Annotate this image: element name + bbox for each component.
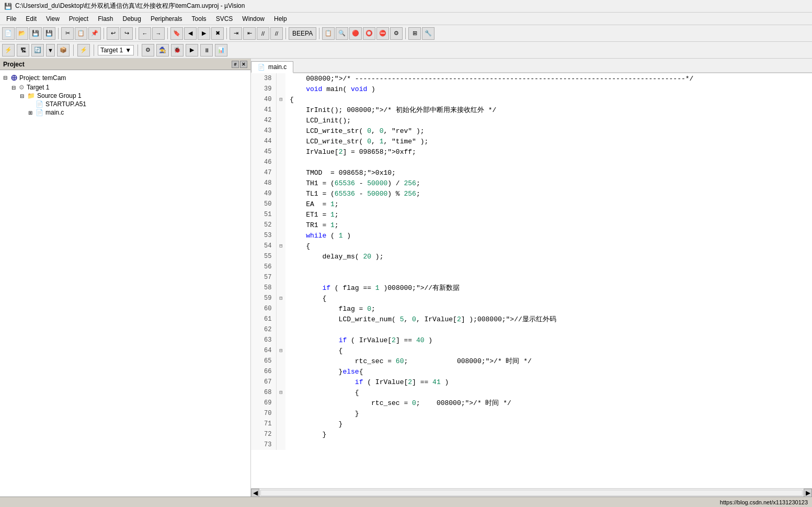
tb2-dbg3[interactable]: ⏸ xyxy=(200,44,213,57)
toggle-mainc[interactable]: ⊞ xyxy=(27,110,33,116)
tb-r6[interactable]: ⚙ xyxy=(390,27,403,40)
menu-svcs[interactable]: SVCS xyxy=(212,14,237,24)
code-content[interactable]: if ( flag == 1 )008000;">//有新数据 xyxy=(285,283,812,293)
tb-open[interactable]: 📂 xyxy=(16,27,28,40)
menu-view[interactable]: View xyxy=(42,14,64,24)
tb-nav-fwd[interactable]: → xyxy=(152,27,165,40)
code-content[interactable]: ET1 = 1; xyxy=(285,209,812,220)
tb2-batch[interactable]: 📦 xyxy=(57,44,70,57)
tb2-build[interactable]: 🏗 xyxy=(17,44,29,57)
fold-indicator[interactable]: ⊟ xyxy=(276,387,285,398)
tb2-rebuild[interactable]: 🔄 xyxy=(31,44,44,57)
code-content[interactable]: } xyxy=(285,429,812,440)
tb-save2[interactable]: 💾 xyxy=(43,27,55,40)
tb2-wizard[interactable]: 🧙 xyxy=(156,44,169,57)
bottom-scroll[interactable]: ◀ ▶ xyxy=(251,488,812,497)
code-content[interactable]: if ( IrValue[2] == 41 ) xyxy=(285,377,812,387)
scroll-left[interactable]: ◀ xyxy=(251,489,259,497)
code-content[interactable]: } xyxy=(285,419,812,429)
tree-target[interactable]: ⊟ ⚙ Target 1 xyxy=(10,83,248,92)
tb-next-bookmark[interactable]: ▶ xyxy=(198,27,210,40)
code-content[interactable]: rtc_sec = 60; 008000;">/* 时间 */ xyxy=(285,356,812,366)
menu-file[interactable]: File xyxy=(2,14,20,24)
tb-prev-bookmark[interactable]: ◀ xyxy=(184,27,197,40)
code-content[interactable]: IrValue[2] = 098658;">0xff; xyxy=(285,147,812,157)
fold-indicator[interactable]: ⊟ xyxy=(276,345,285,356)
menu-window[interactable]: Window xyxy=(238,14,269,24)
tb-r5[interactable]: ⛔ xyxy=(376,27,389,40)
code-content[interactable]: LCD_init(); xyxy=(285,115,812,126)
tb2-options[interactable]: ⚙ xyxy=(142,44,154,57)
scroll-right[interactable]: ▶ xyxy=(804,489,812,497)
code-content[interactable]: { xyxy=(285,293,812,303)
code-content[interactable] xyxy=(285,440,812,450)
toggle-target[interactable]: ⊟ xyxy=(10,85,17,91)
tb2-flash[interactable]: ⚡ xyxy=(77,44,90,57)
tb2-dbg1[interactable]: 🐞 xyxy=(171,44,184,57)
tb-unindent[interactable]: ⇤ xyxy=(243,27,256,40)
code-content[interactable]: rtc_sec = 0; 008000;">/* 时间 */ xyxy=(285,398,812,408)
target-dropdown[interactable]: Target 1 ▼ xyxy=(98,45,134,55)
tb2-dbg4[interactable]: 📊 xyxy=(215,44,227,57)
tree-project[interactable]: ⊟ ⊕ Project: temCam xyxy=(2,72,248,83)
code-content[interactable]: delay_ms( 20 ); xyxy=(285,251,812,262)
code-content[interactable] xyxy=(285,324,812,335)
tree-startup[interactable]: ⊟ 📄 STARTUP.A51 xyxy=(27,100,248,108)
tb-uncomment[interactable]: // xyxy=(270,27,283,40)
menu-help[interactable]: Help xyxy=(270,14,291,24)
code-content[interactable]: TR1 = 1; xyxy=(285,220,812,230)
menu-flash[interactable]: Flash xyxy=(94,14,117,24)
code-content[interactable]: IrInit(); 008000;">/* 初始化外部中断用来接收红外 */ xyxy=(285,105,812,115)
code-content[interactable]: { xyxy=(285,94,812,105)
tb-indent[interactable]: ⇥ xyxy=(230,27,242,40)
toggle-project[interactable]: ⊟ xyxy=(2,75,8,81)
code-content[interactable]: } xyxy=(285,408,812,419)
code-content[interactable]: 008000;">/* ----------------------------… xyxy=(285,73,812,84)
tb-undo[interactable]: ↩ xyxy=(107,27,119,40)
code-content[interactable]: void main( void ) xyxy=(285,84,812,94)
code-content[interactable] xyxy=(285,272,812,283)
code-content[interactable]: LCD_write_str( 0, 1, "time" ); xyxy=(285,136,812,147)
code-content[interactable]: LCD_write_num( 5, 0, IrValue[2] );008000… xyxy=(285,314,812,324)
code-content[interactable] xyxy=(285,262,812,272)
code-content[interactable]: LCD_write_str( 0, 0, "rev" ); xyxy=(285,126,812,136)
tb-comment[interactable]: // xyxy=(257,27,269,40)
tb-nav-back[interactable]: ← xyxy=(139,27,151,40)
code-content[interactable]: TH1 = (65536 - 50000) / 256; xyxy=(285,178,812,188)
fold-indicator[interactable]: ⊟ xyxy=(276,241,285,251)
tb2-dbg2[interactable]: ▶ xyxy=(186,44,198,57)
panel-close[interactable]: ✕ xyxy=(240,61,247,68)
tree-mainc[interactable]: ⊞ 📄 main.c xyxy=(27,108,248,117)
code-content[interactable]: flag = 0; xyxy=(285,303,812,314)
tab-mainc[interactable]: 📄 main.c xyxy=(251,61,293,73)
menu-edit[interactable]: Edit xyxy=(21,14,41,24)
tree-source-group[interactable]: ⊟ 📁 Source Group 1 xyxy=(19,92,248,100)
tb-redo[interactable]: ↪ xyxy=(120,27,133,40)
code-content[interactable]: TL1 = (65536 - 50000) % 256; xyxy=(285,188,812,199)
code-content[interactable] xyxy=(285,157,812,167)
code-content[interactable]: while ( 1 ) xyxy=(285,230,812,241)
tb-r1[interactable]: 📋 xyxy=(322,27,335,40)
tb-paste[interactable]: 📌 xyxy=(88,27,101,40)
tb2-load[interactable]: ⚡ xyxy=(2,44,15,57)
code-content[interactable]: { xyxy=(285,241,812,251)
tb-r4[interactable]: ⭕ xyxy=(363,27,375,40)
tb-bookmark[interactable]: 🔖 xyxy=(170,27,183,40)
code-content[interactable]: EA = 1; xyxy=(285,199,812,209)
toggle-source-group[interactable]: ⊟ xyxy=(19,93,25,99)
panel-pin[interactable]: # xyxy=(232,61,239,68)
code-content[interactable]: { xyxy=(285,345,812,356)
code-content[interactable]: { xyxy=(285,387,812,398)
menu-project[interactable]: Project xyxy=(65,14,93,24)
tb-r3[interactable]: 🔴 xyxy=(349,27,362,40)
code-content[interactable]: TMOD = 098658;">0x10; xyxy=(285,167,812,178)
fold-indicator[interactable]: ⊟ xyxy=(276,94,285,105)
tb-settings[interactable]: 🔧 xyxy=(422,27,434,40)
code-content[interactable]: if ( IrValue[2] == 40 ) xyxy=(285,335,812,345)
tb-cut[interactable]: ✂ xyxy=(61,27,74,40)
menu-debug[interactable]: Debug xyxy=(119,14,145,24)
tb-new[interactable]: 📄 xyxy=(2,27,15,40)
tb-copy[interactable]: 📋 xyxy=(75,27,87,40)
tb-r2[interactable]: 🔍 xyxy=(336,27,348,40)
tb-grid[interactable]: ⊞ xyxy=(408,27,421,40)
